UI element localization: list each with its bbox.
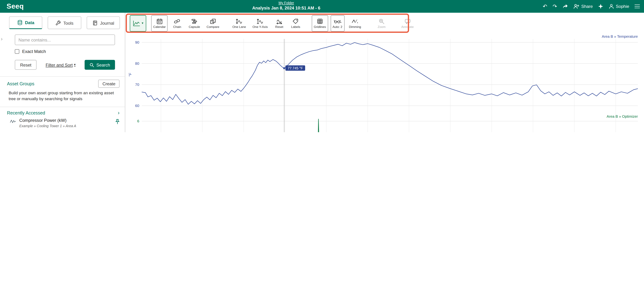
trend-toolbar: ▾ Calendar Chain Capsule Compare One Lan… xyxy=(130,15,416,32)
toolbar-labels-button[interactable]: Labels xyxy=(289,15,303,32)
search-button[interactable]: Search xyxy=(84,60,115,70)
search-input[interactable] xyxy=(15,34,115,45)
exact-match-row[interactable]: Exact Match xyxy=(15,49,125,54)
svg-text:60: 60 xyxy=(135,104,139,108)
toolbar-one-lane-button[interactable]: One Lane xyxy=(230,15,248,32)
recent-item-name: Optimizer xyxy=(19,132,76,132)
toolbar-label: Calendar xyxy=(153,25,166,29)
sidebar-collapse-icon[interactable]: › xyxy=(1,36,3,42)
share-label: Share xyxy=(581,4,593,8)
chevron-down-icon: ▾ xyxy=(142,22,143,25)
toolbar-label: Zoom xyxy=(378,25,386,29)
ai-assistant-icon[interactable] xyxy=(598,4,604,9)
toolbar-reset-button[interactable]: Reset xyxy=(272,15,286,32)
tab-journal[interactable]: Journal xyxy=(86,16,120,29)
exact-match-checkbox[interactable] xyxy=(15,49,19,53)
svg-text:80: 80 xyxy=(135,61,139,65)
toolbar-annotate-button: Annotate xyxy=(399,15,416,32)
svg-text:°F: °F xyxy=(128,73,132,76)
toolbar-one-y-axis-button[interactable]: One Y-Axis xyxy=(250,15,270,32)
seeq-workbench: Seeq My Folder Analysis Jan 8, 2024 10:5… xyxy=(0,0,644,132)
data-sidebar: › Data Tools Journal Exact Match Reset xyxy=(0,13,125,132)
tab-tools[interactable]: Tools xyxy=(48,16,81,29)
user-name: Sophie xyxy=(616,4,629,8)
toolbar-dimming-button[interactable]: Dimming xyxy=(347,15,363,32)
seeq-logo: Seeq xyxy=(7,2,24,10)
toolbar-calendar-button[interactable]: Calendar xyxy=(151,15,168,32)
recent-item-optimizer[interactable]: Optimizer Example » Cooling Tower 1 » Ar… xyxy=(0,130,125,132)
tab-journal-label: Journal xyxy=(100,20,114,25)
sidebar-tabs: Data Tools Journal xyxy=(9,16,120,29)
undo-icon[interactable]: ↶ xyxy=(543,4,547,9)
toolbar-label: Reset xyxy=(275,25,283,29)
recent-item-compressor-power[interactable]: Compressor Power (kW) Example » Cooling … xyxy=(0,116,125,130)
tab-data-label: Data xyxy=(25,20,34,25)
toolbar-label: One Y-Axis xyxy=(252,25,268,29)
toolbar-compare-button[interactable]: Compare xyxy=(204,15,221,32)
toolbar-chain-button[interactable]: Chain xyxy=(170,15,184,32)
exact-match-label: Exact Match xyxy=(22,49,46,54)
svg-text:70: 70 xyxy=(135,82,139,87)
worksheet-title: Analysis Jan 8, 2024 10:51 AM - 6 xyxy=(252,5,320,10)
svg-text:77.745 °F: 77.745 °F xyxy=(288,66,303,70)
chevron-down-icon: ▾ xyxy=(74,63,76,66)
toolbar-gridlines-button[interactable]: Gridlines xyxy=(312,15,328,32)
toolbar-label: Gridlines xyxy=(314,25,326,29)
reset-button[interactable]: Reset xyxy=(15,60,37,70)
toolbar-label: Dimming xyxy=(349,25,361,29)
search-button-label: Search xyxy=(96,62,110,67)
toolbar-label: Labels xyxy=(291,25,300,29)
filter-sort-label: Filter and Sort xyxy=(46,62,73,67)
pin-icon[interactable] xyxy=(115,119,120,124)
app-header: Seeq My Folder Analysis Jan 8, 2024 10:5… xyxy=(0,0,644,13)
toolbar-label: One Lane xyxy=(232,25,246,29)
tab-tools-label: Tools xyxy=(64,20,74,25)
svg-text:Area B » Optimizer: Area B » Optimizer xyxy=(606,114,638,118)
asset-groups-description: Build your own asset group starting from… xyxy=(8,90,115,102)
toolbar-label: Capsule xyxy=(189,25,200,29)
asset-groups-heading: Asset Groups xyxy=(7,81,34,86)
user-menu[interactable]: Sophie xyxy=(609,4,629,9)
tab-data[interactable]: Data xyxy=(9,16,42,29)
toolbar-label: Annotate xyxy=(401,25,414,29)
toolbar-number-format-button[interactable]: Auto: 2 xyxy=(330,15,344,32)
forward-share-icon[interactable] xyxy=(562,4,568,9)
recent-item-path: Example » Cooling Tower 1 » Area A xyxy=(19,124,76,128)
hamburger-menu-icon[interactable] xyxy=(634,3,640,9)
toolbar-capsule-button[interactable]: Capsule xyxy=(186,15,202,32)
toolbar-label: Chain xyxy=(173,25,181,29)
view-mode-dropdown[interactable]: ▾ xyxy=(130,15,146,32)
svg-text:Area B » Temperature: Area B » Temperature xyxy=(602,34,638,38)
redo-icon[interactable]: ↷ xyxy=(552,4,557,9)
breadcrumb-my-folder[interactable]: My Folder xyxy=(252,1,320,5)
toolbar-label: Compare xyxy=(207,25,220,29)
share-button[interactable]: Share xyxy=(574,4,593,9)
svg-text:6: 6 xyxy=(137,119,139,123)
recently-accessed-heading: Recently Accessed xyxy=(7,110,45,115)
recent-item-name: Compressor Power (kW) xyxy=(19,118,76,123)
recently-accessed-expand-icon[interactable]: › xyxy=(118,109,120,116)
toolbar-label: Auto: 2 xyxy=(332,25,342,29)
create-asset-group-button[interactable]: Create xyxy=(98,80,120,88)
filter-and-sort-link[interactable]: Filter and Sort ▾ xyxy=(46,62,76,67)
toolbar-zoom-button: Zoom xyxy=(375,15,388,32)
svg-text:90: 90 xyxy=(135,40,139,44)
